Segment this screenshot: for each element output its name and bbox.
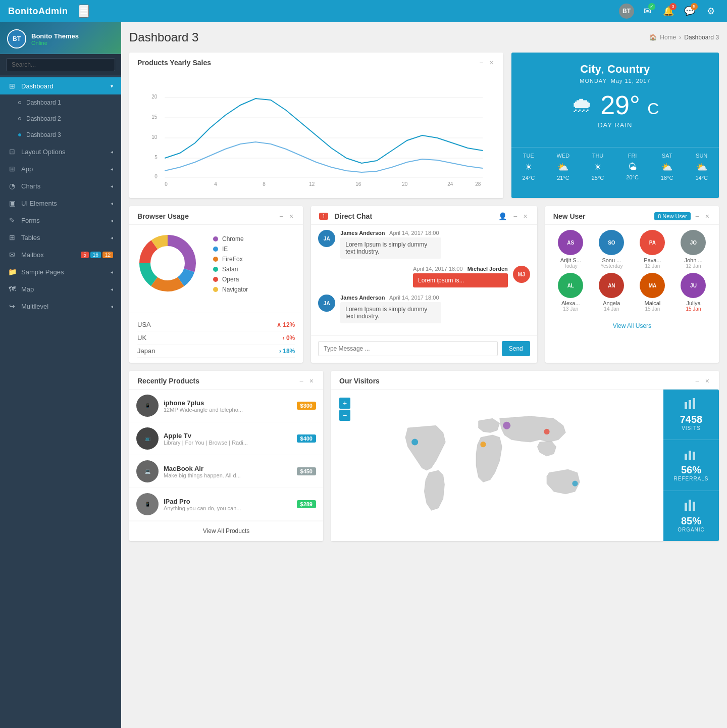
- bar-chart-icon: [684, 449, 699, 463]
- user-thumb-john[interactable]: JO John ... 12 Jan: [675, 230, 712, 269]
- sidebar-item-map[interactable]: 🗺 Map ◂: [0, 280, 121, 298]
- breadcrumb-current: Dashboard 3: [684, 34, 719, 41]
- map-zoom-in-button[interactable]: +: [339, 398, 350, 409]
- visitors-header: Our Visitors − ×: [331, 371, 719, 390]
- new-user-title: New User: [553, 212, 586, 220]
- product-item-ipad[interactable]: 📱 iPad Pro Anything you can do, you can.…: [129, 488, 323, 521]
- sidebar-item-dashboard3[interactable]: Dashboard 3: [0, 127, 121, 143]
- sales-chart-title: Products Yearly Sales: [137, 59, 211, 67]
- view-all-users-link[interactable]: View All Users: [545, 317, 719, 334]
- sidebar-item-mailbox[interactable]: ✉ Mailbox 5 16 12: [0, 246, 121, 263]
- map-icon: 🗺: [8, 285, 16, 293]
- sidebar-profile: BT Bonito Themes Online: [0, 22, 121, 54]
- world-map-svg: [336, 400, 658, 541]
- bell-icon-button[interactable]: 🔔 3: [660, 3, 677, 19]
- user-name: Sonu ...: [593, 257, 630, 263]
- view-all-products-link[interactable]: View All Products: [129, 521, 323, 541]
- user-thumb-pava[interactable]: PA Pava... 12 Jan: [634, 230, 671, 269]
- bell-badge: 3: [669, 3, 677, 10]
- row-2: Browser Usage − ×: [129, 206, 719, 363]
- chat-text-highlighted: Lorem ipsum is...: [413, 273, 508, 287]
- chat-text: Lorem Ipsum is simply dummy text industr…: [340, 237, 441, 259]
- sidebar-item-tables[interactable]: ⊞ Tables ◂: [0, 229, 121, 246]
- minimize-button[interactable]: −: [511, 212, 518, 220]
- user-thumb-arijit[interactable]: AS Arijit S... Today: [552, 230, 589, 269]
- map-zoom-out-button[interactable]: −: [339, 410, 350, 421]
- chevron-left-icon: ◂: [111, 166, 113, 172]
- product-price: $400: [297, 434, 316, 443]
- sidebar-item-charts[interactable]: ◔ Charts ◂: [0, 177, 121, 195]
- stat-usa: USA ∧ 12%: [137, 318, 295, 331]
- chevron-left-icon: ◂: [111, 235, 113, 240]
- close-button[interactable]: ×: [288, 212, 295, 220]
- sidebar-item-dashboard1[interactable]: Dashboard 1: [0, 94, 121, 111]
- sidebar-item-dashboard2[interactable]: Dashboard 2: [0, 111, 121, 127]
- donut-container: Chrome IE FireFox: [137, 233, 295, 299]
- weather-main: City, Country MONDAY May 11, 2017 🌧 29° …: [511, 53, 719, 147]
- user-avatar[interactable]: BT: [619, 4, 634, 19]
- search-input[interactable]: [6, 58, 115, 71]
- user-thumb-maical[interactable]: MA Maical 15 Jan: [634, 273, 671, 312]
- svg-text:24: 24: [447, 181, 453, 187]
- sidebar-item-label: Mailbox: [21, 251, 44, 259]
- close-button[interactable]: ×: [704, 212, 711, 220]
- chevron-left-icon: ◂: [111, 201, 113, 206]
- minimize-button[interactable]: −: [694, 377, 701, 385]
- minimize-button[interactable]: −: [278, 212, 285, 220]
- send-button[interactable]: Send: [502, 341, 530, 356]
- forecast-thu: THU ☀ 25°C: [581, 148, 615, 186]
- user-avatar: JO: [681, 230, 706, 255]
- minimize-button[interactable]: −: [694, 212, 701, 220]
- chat-message-input[interactable]: [318, 341, 497, 356]
- sidebar-item-sample[interactable]: 📁 Sample Pages ◂: [0, 263, 121, 280]
- sidebar-item-app[interactable]: ⊞ App ◂: [0, 160, 121, 177]
- referrals-label: REFERRALS: [673, 476, 708, 481]
- forecast-sat: SAT ⛅ 18°C: [650, 148, 685, 186]
- users-icon-button[interactable]: 👤: [497, 212, 508, 220]
- user-thumb-sonu[interactable]: SO Sonu ... Yesterday: [593, 230, 630, 269]
- chevron-left-icon: ◂: [111, 304, 113, 309]
- close-button[interactable]: ×: [308, 377, 315, 385]
- hamburger-button[interactable]: ☰: [79, 5, 89, 18]
- product-item-macbook[interactable]: 💻 MacBook Air Make big things happen. Al…: [129, 455, 323, 488]
- chat-time: April 14, 2017 18:00: [389, 230, 439, 236]
- forecast-fri: FRI 🌤 20°C: [615, 148, 650, 186]
- product-item-appletv[interactable]: 📺 Apple Tv Library | For You | Browse | …: [129, 422, 323, 455]
- sidebar-item-label: Layout Options: [21, 148, 65, 156]
- minimize-button[interactable]: −: [298, 377, 305, 385]
- minimize-button[interactable]: −: [478, 59, 485, 67]
- legend-label: Safari: [222, 266, 238, 273]
- sidebar-item-forms[interactable]: ✎ Forms ◂: [0, 212, 121, 229]
- referrals-count: 56%: [681, 465, 701, 475]
- browser-usage-title: Browser Usage: [137, 212, 189, 220]
- svg-text:28: 28: [475, 181, 481, 187]
- svg-rect-33: [693, 502, 695, 511]
- settings-icon-button[interactable]: ⚙: [703, 3, 719, 19]
- close-button[interactable]: ×: [488, 59, 495, 67]
- user-date: 12 Jan: [634, 263, 671, 269]
- dot-icon: [213, 267, 218, 272]
- user-thumb-alexa[interactable]: AL Alexa... 13 Jan: [552, 273, 589, 312]
- close-button[interactable]: ×: [522, 212, 529, 220]
- row-1: Products Yearly Sales − × 0 5 10 15 20: [129, 53, 719, 198]
- visitor-dot: [503, 422, 510, 429]
- chat-icon-button[interactable]: 💬 5: [682, 3, 698, 19]
- home-icon: 🏠: [649, 34, 657, 41]
- sidebar-item-layout[interactable]: ⊡ Layout Options ◂: [0, 143, 121, 160]
- close-button[interactable]: ×: [704, 377, 711, 385]
- product-description: Library | For You | Browse | Radi...: [164, 440, 265, 446]
- user-thumb-juliya[interactable]: JU Juliya 15 Jan: [675, 273, 712, 312]
- mail-icon-button[interactable]: ✉ ✓: [639, 3, 655, 19]
- product-item-iphone[interactable]: 📱 iphone 7plus 12MP Wide-angle and telep…: [129, 390, 323, 422]
- user-thumb-angela[interactable]: AN Angela 14 Jan: [593, 273, 630, 312]
- direct-chat-card: 1 Direct Chat 👤 − × JA: [311, 206, 537, 363]
- gear-icon: ⚙: [707, 6, 715, 17]
- svg-text:15: 15: [151, 114, 158, 120]
- visitors-stats: 7458 VISITS 56%: [663, 390, 719, 541]
- direct-chat-header: 1 Direct Chat 👤 − ×: [311, 206, 537, 225]
- breadcrumb-home[interactable]: Home: [660, 34, 676, 41]
- sidebar-item-multilevel[interactable]: ↪ Multilevel ◂: [0, 298, 121, 315]
- sidebar-item-ui[interactable]: ▣ UI Elements ◂: [0, 195, 121, 212]
- legend-safari: Safari: [213, 266, 248, 273]
- sidebar-item-dashboard[interactable]: ⊞ Dashboard ▾: [0, 77, 121, 94]
